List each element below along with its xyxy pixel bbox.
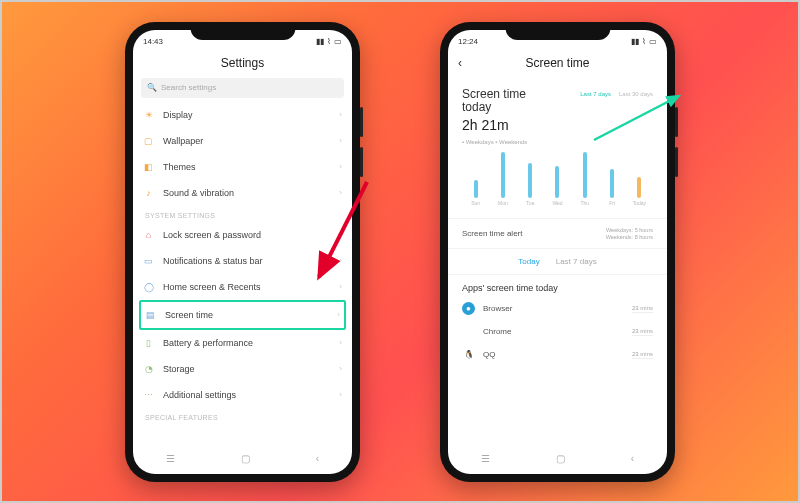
summary-line2: today	[462, 101, 526, 115]
screen-left: 14:43 ▮▮ ⌇ ▭ Settings 🔍 Search settings …	[133, 30, 352, 474]
row-label: Sound & vibration	[163, 188, 330, 198]
storage-icon: ◔	[143, 363, 154, 374]
notch	[190, 22, 295, 40]
settings-row[interactable]: ⋯Additional settings›	[133, 382, 352, 408]
period-tabs: Today Last 7 days	[448, 249, 667, 275]
status-time: 14:43	[143, 37, 163, 46]
settings-row[interactable]: ☀Display›	[133, 102, 352, 128]
app-row[interactable]: ◉Chrome23 mins	[448, 320, 667, 343]
wifi-icon: ⌇	[642, 37, 646, 46]
app-row[interactable]: 🐧QQ23 mins	[448, 343, 667, 366]
row-screen-time[interactable]: ▤ Screen time ›	[141, 302, 344, 328]
alert-weekdays: Weekdays: 5 hours	[606, 227, 653, 234]
chart-bar: Wed	[544, 166, 571, 206]
display-icon: ☀	[143, 109, 154, 120]
screen-time-alert-row[interactable]: Screen time alert Weekdays: 5 hours Week…	[448, 219, 667, 249]
home-icon: ◯	[143, 281, 154, 292]
settings-row[interactable]: ▢Wallpaper›	[133, 128, 352, 154]
wifi-icon: ⌇	[327, 37, 331, 46]
app-row[interactable]: ●Browser23 mins	[448, 297, 667, 320]
settings-row[interactable]: ▯Battery & performance›	[133, 330, 352, 356]
search-input[interactable]: 🔍 Search settings	[141, 78, 344, 98]
row-label: Notifications & status bar	[163, 256, 330, 266]
row-label: Lock screen & password	[163, 230, 330, 240]
battery-icon: ▯	[143, 337, 154, 348]
settings-row[interactable]: ⌂Lock screen & password›	[133, 222, 352, 248]
nav-back-icon[interactable]: ‹	[316, 453, 319, 464]
chevron-right-icon: ›	[339, 188, 342, 197]
summary-value: 2h 21m	[462, 117, 526, 133]
phone-right: 12:24 ▮▮ ⌇ ▭ ‹ Screen time Screen time t…	[440, 22, 675, 482]
section-special-label: SPECIAL FEATURES	[133, 408, 352, 424]
status-time: 12:24	[458, 37, 478, 46]
phone-left: 14:43 ▮▮ ⌇ ▭ Settings 🔍 Search settings …	[125, 22, 360, 482]
chart-legend: • Weekdays • Weekends	[448, 137, 667, 149]
section-system-label: SYSTEM SETTINGS	[133, 206, 352, 222]
tab-last-30-days[interactable]: Last 30 days	[619, 91, 653, 134]
tab-last-7-days-apps[interactable]: Last 7 days	[556, 257, 597, 266]
settings-row[interactable]: ◧Themes›	[133, 154, 352, 180]
back-button[interactable]: ‹	[458, 56, 462, 70]
notifications-icon: ▭	[143, 255, 154, 266]
search-icon: 🔍	[147, 83, 157, 92]
notch	[505, 22, 610, 40]
range-tabs: Last 7 days Last 30 days	[580, 91, 653, 134]
lock-icon: ⌂	[143, 229, 154, 240]
screentime-icon: ▤	[145, 309, 156, 320]
app-time: 23 mins	[632, 305, 653, 313]
chevron-right-icon: ›	[339, 338, 342, 347]
settings-list-system: ⌂Lock screen & password›▭Notifications &…	[133, 222, 352, 300]
chevron-right-icon: ›	[339, 256, 342, 265]
chevron-right-icon: ›	[339, 282, 342, 291]
themes-icon: ◧	[143, 161, 154, 172]
apps-section-title: Apps' screen time today	[448, 275, 667, 297]
app-name: QQ	[483, 350, 624, 359]
row-label: Screen time	[165, 310, 328, 320]
additional-icon: ⋯	[143, 389, 154, 400]
nav-home-icon[interactable]: ▢	[241, 453, 250, 464]
app-time: 23 mins	[632, 351, 653, 359]
battery-icon: ▭	[334, 37, 342, 46]
signal-icon: ▮▮	[631, 37, 639, 46]
apps-list: ●Browser23 mins◉Chrome23 mins🐧QQ23 mins	[448, 297, 667, 366]
nav-home-icon[interactable]: ▢	[556, 453, 565, 464]
android-navbar: ☰ ▢ ‹	[133, 448, 352, 470]
nav-back-icon[interactable]: ‹	[631, 453, 634, 464]
chevron-right-icon: ›	[337, 310, 340, 319]
chart-bar: Fri	[598, 169, 625, 206]
settings-row[interactable]: ◔Storage›	[133, 356, 352, 382]
row-label: Additional settings	[163, 390, 330, 400]
signal-icon: ▮▮	[316, 37, 324, 46]
status-indicators: ▮▮ ⌇ ▭	[316, 37, 342, 46]
settings-row[interactable]: ▭Notifications & status bar›	[133, 248, 352, 274]
chart-bar: Sun	[462, 180, 489, 206]
screen-right: 12:24 ▮▮ ⌇ ▭ ‹ Screen time Screen time t…	[448, 30, 667, 474]
chart-bar: Tue	[517, 163, 544, 206]
app-name: Browser	[483, 304, 624, 313]
settings-list-top: ☀Display›▢Wallpaper›◧Themes›♪Sound & vib…	[133, 102, 352, 206]
app-icon: ◉	[462, 325, 475, 338]
nav-recents-icon[interactable]: ☰	[481, 453, 490, 464]
summary-line1: Screen time	[462, 88, 526, 102]
page-title: Settings	[133, 50, 352, 78]
alert-weekends: Weekends: 8 hours	[606, 234, 653, 241]
tab-last-7-days[interactable]: Last 7 days	[580, 91, 611, 134]
nav-recents-icon[interactable]: ☰	[166, 453, 175, 464]
header-title-text: Screen time	[525, 56, 589, 70]
chart-bar: Mon	[489, 152, 516, 206]
chart-bar: Today	[626, 177, 653, 206]
tab-today[interactable]: Today	[518, 257, 539, 266]
usage-chart: SunMonTueWedThuFriToday	[448, 149, 667, 219]
settings-row[interactable]: ♪Sound & vibration›	[133, 180, 352, 206]
row-label: Storage	[163, 364, 330, 374]
highlight-screentime: ▤ Screen time ›	[139, 300, 346, 330]
row-label: Display	[163, 110, 330, 120]
chart-bar: Thu	[571, 152, 598, 206]
chevron-right-icon: ›	[339, 364, 342, 373]
settings-list-system2: ▯Battery & performance›◔Storage›⋯Additio…	[133, 330, 352, 408]
alert-detail: Weekdays: 5 hours Weekends: 8 hours	[606, 227, 653, 240]
status-indicators: ▮▮ ⌇ ▭	[631, 37, 657, 46]
settings-row[interactable]: ◯Home screen & Recents›	[133, 274, 352, 300]
row-label: Home screen & Recents	[163, 282, 330, 292]
page-title: ‹ Screen time	[448, 50, 667, 78]
